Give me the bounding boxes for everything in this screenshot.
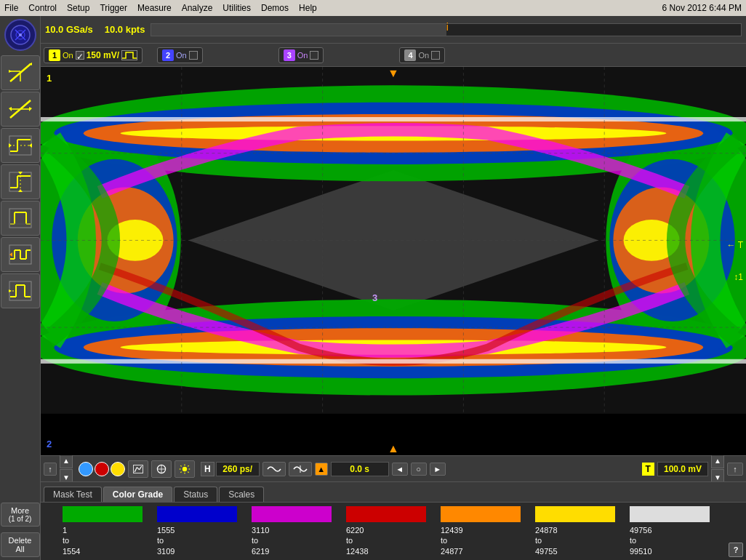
svg-rect-28 xyxy=(9,209,31,228)
trigger-set-button[interactable]: ↑ xyxy=(727,463,743,476)
more-pages: (1 of 2) xyxy=(9,515,32,523)
svg-line-82 xyxy=(140,466,142,470)
ramp-tool[interactable] xyxy=(1,273,40,308)
app-logo xyxy=(4,19,36,51)
svg-rect-71 xyxy=(41,359,746,364)
menu-measure[interactable]: Measure xyxy=(137,3,172,13)
svg-marker-43 xyxy=(9,252,12,257)
svg-marker-26 xyxy=(18,172,23,175)
svg-marker-8 xyxy=(9,70,12,73)
menu-items: File Control Setup Trigger Measure Analy… xyxy=(4,3,317,13)
svg-line-80 xyxy=(135,467,137,471)
channel-1-checkbox[interactable]: ✓ xyxy=(76,51,84,60)
tab-mask-test[interactable]: Mask Test xyxy=(44,487,102,502)
scope-display: 1 2 ▼ ▲ ← T ↕1 3 xyxy=(41,67,746,455)
channel-4-checkbox[interactable] xyxy=(431,51,440,60)
delete-all-label: All xyxy=(15,545,24,553)
menu-help[interactable]: Help xyxy=(299,3,317,13)
legend-color-3 xyxy=(252,506,332,522)
help-button[interactable]: ? xyxy=(729,543,743,557)
legend-color-7 xyxy=(630,506,710,522)
h-value: 260 ps/ xyxy=(216,462,260,476)
channel-2-num: 2 xyxy=(162,49,174,61)
sample-rate: 10.0 GSa/s xyxy=(45,24,93,35)
left-toolbar: More (1 of 2) Delete All xyxy=(0,16,41,560)
menu-bar: File Control Setup Trigger Measure Analy… xyxy=(0,0,746,16)
pulse-tool[interactable] xyxy=(1,201,40,236)
tab-status[interactable]: Status xyxy=(174,487,217,502)
nav-center-button[interactable]: ○ xyxy=(411,463,427,476)
channel-3-state: On xyxy=(297,51,308,60)
legend-color-6 xyxy=(535,506,615,522)
svg-rect-70 xyxy=(41,117,746,121)
channel-3-checkbox[interactable] xyxy=(310,51,318,60)
channel-1-block[interactable]: 1 On ✓ 150 mV/ xyxy=(44,47,143,63)
menu-trigger[interactable]: Trigger xyxy=(100,3,127,13)
channel-4-block[interactable]: 4 On xyxy=(399,47,445,63)
eye-diagram xyxy=(41,67,746,414)
wave-icon-2[interactable] xyxy=(289,462,312,476)
tab-scales[interactable]: Scales xyxy=(219,487,264,502)
channel-4-num: 4 xyxy=(404,49,416,61)
channel-1-value: 150 mV/ xyxy=(87,50,119,60)
channel-3-block[interactable]: 3 On xyxy=(278,47,324,63)
menu-setup[interactable]: Setup xyxy=(67,3,89,13)
nav-left-button[interactable]: ◄ xyxy=(392,463,408,476)
menu-analyze[interactable]: Analyze xyxy=(182,3,213,13)
wave-icon-1[interactable] xyxy=(262,462,286,476)
color-circle-red[interactable] xyxy=(95,462,109,476)
more-button[interactable]: More (1 of 2) xyxy=(1,503,40,527)
color-circle-yellow[interactable] xyxy=(111,462,125,476)
datetime-display: 6 Nov 2012 6:44 PM xyxy=(662,3,742,13)
tab-color-grade[interactable]: Color Grade xyxy=(103,487,172,502)
top-controls: 10.0 GSa/s 10.0 kpts i xyxy=(41,16,746,44)
svg-line-94 xyxy=(180,471,181,472)
mode-button-1[interactable] xyxy=(128,460,148,478)
delete-all-button[interactable]: Delete All xyxy=(1,532,40,557)
channel-3-label: 3 xyxy=(372,292,377,303)
brightness-button[interactable] xyxy=(175,460,195,478)
channel-2-label: 2 xyxy=(47,439,52,449)
channel-1-state: On xyxy=(63,51,73,60)
svg-line-91 xyxy=(180,465,181,466)
legend-label-6: 24878to49755 xyxy=(535,525,615,556)
legend-label-5: 12439to24877 xyxy=(441,525,521,556)
menu-demos[interactable]: Demos xyxy=(261,3,289,13)
right-markers: ← T ↕1 xyxy=(727,240,743,282)
mode-button-2[interactable] xyxy=(151,460,172,478)
legend-item-5: 12439to24877 xyxy=(441,506,521,556)
trigger-1-marker: ↕1 xyxy=(734,272,743,282)
diagonal-line-tool[interactable] xyxy=(1,55,40,90)
diagonal-arrow-tool[interactable] xyxy=(1,92,40,127)
tabs-bar: Mask Test Color Grade Status Scales xyxy=(41,481,746,502)
scroll-up-button[interactable]: ↑ xyxy=(44,463,57,476)
legend-color-1 xyxy=(63,506,143,522)
nav-right-button[interactable]: ► xyxy=(430,463,446,476)
legend-item-1: 1to1554 xyxy=(63,506,143,556)
sample-pts: 10.0 kpts xyxy=(105,24,145,35)
legend-item-2: 1555to3109 xyxy=(157,506,237,556)
square-wave-tool[interactable] xyxy=(1,237,40,272)
t-value: 0.0 s xyxy=(331,462,389,476)
menu-utilities[interactable]: Utilities xyxy=(222,3,251,13)
color-circle-blue[interactable] xyxy=(79,462,93,476)
step-across-tool[interactable] xyxy=(1,164,40,199)
legend-item-6: 24878to49755 xyxy=(535,506,615,556)
legend-color-2 xyxy=(157,506,237,522)
svg-line-93 xyxy=(188,465,188,466)
h-label: H xyxy=(201,462,214,476)
channel-1-num: 1 xyxy=(49,49,60,61)
channel-4-state: On xyxy=(418,51,429,60)
channel-2-block[interactable]: 2 On xyxy=(157,47,203,63)
trigger-value: 100.0 mV xyxy=(657,462,708,476)
trigger-up-button[interactable]: ▲ xyxy=(315,463,328,476)
trigger-t-marker: ← T xyxy=(727,240,743,250)
channel-2-checkbox[interactable] xyxy=(189,51,198,60)
trigger-label: T xyxy=(642,463,654,476)
menu-control[interactable]: Control xyxy=(28,3,57,13)
legend-item-4: 6220to12438 xyxy=(346,506,426,556)
legend-label-4: 6220to12438 xyxy=(346,525,426,556)
svg-marker-12 xyxy=(9,107,12,111)
step-up-tool[interactable] xyxy=(1,128,40,163)
menu-file[interactable]: File xyxy=(4,3,18,13)
